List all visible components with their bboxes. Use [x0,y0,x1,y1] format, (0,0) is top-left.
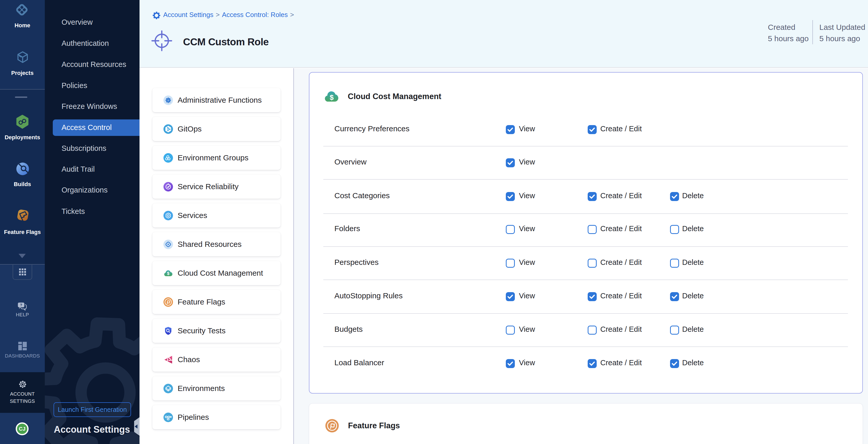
svg-text:$: $ [167,271,169,276]
svg-text:?: ? [20,303,22,307]
svg-text:$: $ [330,93,334,101]
